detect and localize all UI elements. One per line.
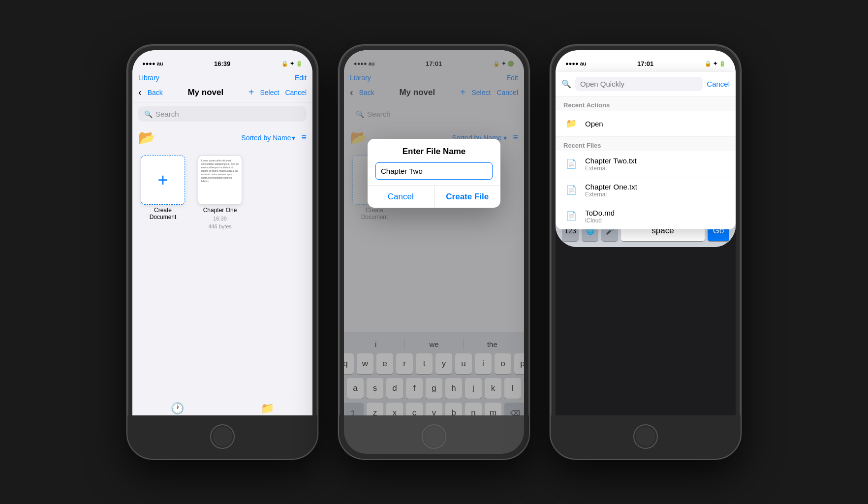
nav-title: My novel: [187, 88, 223, 97]
back-chevron-icon: [138, 87, 142, 97]
open-action-item[interactable]: 📁 Open: [556, 111, 736, 137]
toolbar-left: 📂: [138, 129, 155, 146]
phone-3: ●●●● au 17:01 🔒 ✦ 🔋 Lorem ipsum dolor si…: [550, 44, 742, 460]
search-placeholder: Search: [155, 110, 179, 118]
chapter-one-time: 16:39: [213, 216, 227, 221]
battery-status-3: 🔒 ✦ 🔋: [705, 61, 726, 67]
mute-button-3[interactable]: [550, 109, 551, 124]
sort-arrow-icon: ▾: [292, 134, 295, 142]
filename-input[interactable]: [375, 162, 493, 180]
status-bar-3: ●●●● au 17:01 🔒 ✦ 🔋: [556, 50, 736, 72]
browse-icon: 📁: [261, 402, 274, 415]
chapter-two-name: Chapter Two.txt: [585, 157, 637, 165]
select-button[interactable]: Select: [260, 89, 279, 96]
volume-up-button[interactable]: [126, 131, 127, 158]
dialog-input-wrap: [368, 160, 500, 186]
volume-down-button-3[interactable]: [550, 166, 551, 193]
nav-right: + Select Cancel: [248, 87, 307, 98]
status-bar: ●●●● au 16:39 🔒 ✦ 🔋: [132, 50, 312, 72]
chapter-one-size: 446 bytes: [208, 223, 232, 229]
todo-name: ToDo.md: [585, 209, 615, 217]
phone-2: ●●●● au 17:01 🔒 ✦ 🟢 Library Edit Back My…: [338, 44, 530, 460]
dialog-title: Enter File Name: [368, 139, 500, 160]
sort-button[interactable]: Sorted by Name ▾: [241, 134, 295, 142]
dialog-create-button[interactable]: Create File: [434, 186, 501, 208]
power-button-3[interactable]: [741, 136, 742, 176]
chapter-one-sub: External: [585, 191, 637, 198]
nav-bar: Back My novel + Select Cancel: [132, 84, 312, 102]
open-quickly-panel: 🔍 Cancel Recent Actions 📁 Open Recent Fi…: [556, 72, 736, 229]
chapter-one-txt-name: Chapter One.txt: [585, 183, 637, 191]
chapter-one-name: Chapter One: [203, 207, 237, 214]
chapter-one-text: Chapter One.txt External: [585, 183, 637, 198]
sort-label: Sorted by Name: [241, 134, 291, 142]
signal-status-3: ●●●● au: [565, 61, 586, 66]
toolbar-right: Sorted by Name ▾ ≡: [241, 132, 307, 143]
chapter-two-text: Chapter Two.txt External: [585, 157, 637, 172]
volume-up-button-2[interactable]: [338, 131, 339, 158]
list-view-icon[interactable]: ≡: [301, 132, 307, 143]
battery-status: 🔒 ✦ 🔋: [281, 61, 303, 67]
nav-left: Back: [138, 87, 163, 97]
open-quickly-search-bar: 🔍 Cancel: [556, 72, 736, 96]
home-button-3[interactable]: [633, 424, 658, 449]
chapter-one-doc-icon: 📄: [563, 182, 579, 198]
chapter-two-sub: External: [585, 165, 637, 172]
chapter-two-doc-icon: 📄: [563, 156, 579, 172]
breadcrumb-text: Library: [138, 74, 159, 82]
home-button[interactable]: [210, 424, 235, 449]
todo-md-item[interactable]: 📄 ToDo.md iCloud: [556, 203, 736, 229]
search-icon-3: 🔍: [561, 79, 571, 89]
breadcrumb-bar: Library Edit: [132, 72, 312, 84]
todo-doc-icon: 📄: [563, 208, 579, 224]
breadcrumb: Library: [138, 74, 159, 82]
power-button[interactable]: [317, 136, 318, 176]
add-button[interactable]: +: [248, 87, 254, 98]
chapter-one-txt-item[interactable]: 📄 Chapter One.txt External: [556, 177, 736, 203]
file-grid: + CreateDocument Lorem ipsum dolor sit a…: [132, 150, 312, 397]
dialog-buttons: Cancel Create File: [368, 186, 500, 208]
back-button[interactable]: Back: [148, 89, 163, 96]
create-document-thumb: +: [141, 156, 185, 205]
dialog-overlay: Enter File Name Cancel Create File: [344, 50, 524, 454]
edit-button[interactable]: Edit: [295, 74, 307, 82]
volume-up-button-3[interactable]: [550, 131, 551, 158]
mute-button-2[interactable]: [338, 109, 339, 124]
phone-1: ●●●● au 16:39 🔒 ✦ 🔋 Library Edit Back My…: [126, 44, 318, 460]
todo-text: ToDo.md iCloud: [585, 209, 615, 224]
enter-filename-dialog: Enter File Name Cancel Create File: [368, 139, 500, 208]
clock-3: 17:01: [637, 60, 653, 67]
chapter-one-preview: Lorem ipsum dolor sit amet, consectetur …: [198, 156, 242, 204]
mute-button[interactable]: [126, 109, 127, 124]
open-quickly-cancel[interactable]: Cancel: [707, 80, 730, 88]
power-button-2[interactable]: [529, 136, 530, 176]
signal-status: ●●●● au: [142, 61, 163, 66]
open-action-text: Open: [585, 120, 603, 128]
open-quickly-input[interactable]: [575, 77, 703, 91]
search-icon: 🔍: [144, 110, 153, 118]
open-action-name: Open: [585, 120, 603, 128]
chapter-one-thumb: Lorem ipsum dolor sit amet, consectetur …: [198, 156, 242, 205]
chapter-two-txt-item[interactable]: 📄 Chapter Two.txt External: [556, 151, 736, 177]
create-document-label: CreateDocument: [150, 207, 177, 220]
search-bar: 🔍 Search: [132, 102, 312, 126]
todo-sub: iCloud: [585, 217, 615, 224]
clock: 16:39: [214, 60, 230, 67]
sort-toolbar: 📂 Sorted by Name ▾ ≡: [132, 126, 312, 150]
volume-down-button[interactable]: [126, 166, 127, 193]
new-folder-icon[interactable]: 📂: [138, 129, 155, 146]
recent-actions-header: Recent Actions: [556, 96, 736, 111]
folder-icon: 📁: [563, 116, 579, 131]
cancel-button[interactable]: Cancel: [285, 89, 307, 96]
recent-files-header: Recent Files: [556, 137, 736, 151]
recents-icon: 🕐: [171, 402, 184, 415]
plus-icon: +: [157, 170, 168, 190]
create-document-item[interactable]: + CreateDocument: [138, 156, 187, 391]
volume-down-button-2[interactable]: [338, 166, 339, 193]
chapter-one-item[interactable]: Lorem ipsum dolor sit amet, consectetur …: [195, 156, 245, 391]
search-input[interactable]: 🔍 Search: [138, 106, 307, 122]
dialog-cancel-button[interactable]: Cancel: [368, 186, 434, 208]
